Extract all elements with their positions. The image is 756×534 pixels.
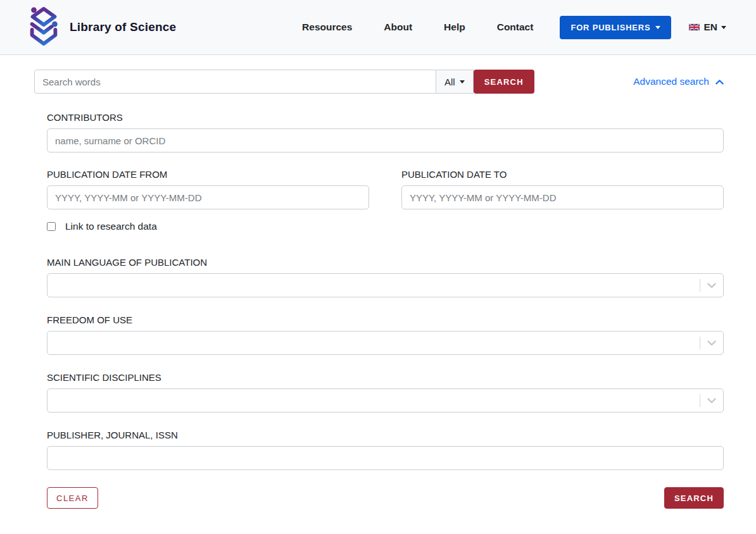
chevron-down-icon [721, 26, 726, 29]
contributors-input[interactable] [47, 128, 724, 152]
chevron-up-icon [715, 79, 724, 85]
publication-date-from-label: PUBLICATION DATE FROM [47, 169, 369, 180]
link-to-research-data-checkbox[interactable] [47, 222, 56, 231]
advanced-search-submit-button[interactable]: SEARCH [664, 487, 724, 509]
chevron-down-icon [700, 389, 723, 412]
main-nav: Resources About Help Contact [302, 22, 533, 33]
for-publishers-button[interactable]: FOR PUBLISHERS [560, 16, 671, 39]
nav-link-help[interactable]: Help [444, 22, 465, 33]
brand-logo-icon [24, 4, 63, 51]
language-switcher[interactable]: EN [689, 22, 726, 33]
contributors-field: CONTRIBUTORS [47, 112, 724, 152]
publication-date-to-field: PUBLICATION DATE TO [401, 169, 724, 209]
language-label: EN [703, 22, 717, 33]
main-language-field: MAIN LANGUAGE OF PUBLICATION [47, 257, 724, 297]
search-button[interactable]: SEARCH [474, 70, 534, 94]
freedom-of-use-label: FREEDOM OF USE [47, 314, 724, 325]
publication-dates-row: PUBLICATION DATE FROM PUBLICATION DATE T… [47, 169, 724, 209]
freedom-of-use-select[interactable] [47, 331, 724, 355]
contributors-label: CONTRIBUTORS [47, 112, 724, 123]
search-input[interactable] [34, 70, 436, 94]
publisher-journal-issn-label: PUBLISHER, JOURNAL, ISSN [47, 430, 724, 440]
search-scope-dropdown[interactable]: All [436, 70, 474, 94]
advanced-search-label: Advanced search [633, 76, 709, 87]
form-actions: CLEAR SEARCH [47, 487, 724, 509]
advanced-search-toggle[interactable]: Advanced search [633, 76, 724, 87]
publication-date-from-field: PUBLICATION DATE FROM [47, 169, 369, 209]
publication-date-to-label: PUBLICATION DATE TO [401, 169, 724, 180]
link-to-research-data-label: Link to research data [65, 221, 157, 232]
scientific-disciplines-label: SCIENTIFIC DISCIPLINES [47, 372, 724, 383]
search-scope-label: All [444, 77, 455, 87]
freedom-of-use-field: FREEDOM OF USE [47, 314, 724, 355]
nav-link-contact[interactable]: Contact [497, 22, 534, 33]
publication-date-from-input[interactable] [47, 185, 369, 209]
chevron-down-icon [700, 274, 723, 297]
clear-button[interactable]: CLEAR [47, 487, 98, 509]
scientific-disciplines-select[interactable] [47, 388, 724, 413]
for-publishers-label: FOR PUBLISHERS [570, 23, 650, 32]
chevron-down-icon [460, 80, 465, 84]
uk-flag-icon [689, 23, 700, 31]
chevron-down-icon [655, 26, 660, 29]
nav-link-resources[interactable]: Resources [302, 22, 352, 33]
publisher-journal-issn-field: PUBLISHER, JOURNAL, ISSN [47, 430, 724, 470]
brand-title: Library of Science [70, 20, 176, 34]
publisher-journal-issn-input[interactable] [47, 446, 724, 470]
search-bar: All SEARCH Advanced search [34, 70, 724, 94]
publication-date-to-input[interactable] [401, 185, 724, 209]
main-language-select[interactable] [47, 273, 724, 297]
scientific-disciplines-field: SCIENTIFIC DISCIPLINES [47, 372, 724, 413]
brand[interactable]: Library of Science [24, 4, 176, 51]
main-language-label: MAIN LANGUAGE OF PUBLICATION [47, 257, 724, 268]
chevron-down-icon [700, 332, 723, 354]
header: Library of Science Resources About Help … [0, 0, 756, 55]
link-to-research-data-row[interactable]: Link to research data [47, 221, 724, 232]
advanced-search-panel: CONTRIBUTORS PUBLICATION DATE FROM PUBLI… [34, 94, 724, 534]
nav-link-about[interactable]: About [384, 22, 412, 33]
